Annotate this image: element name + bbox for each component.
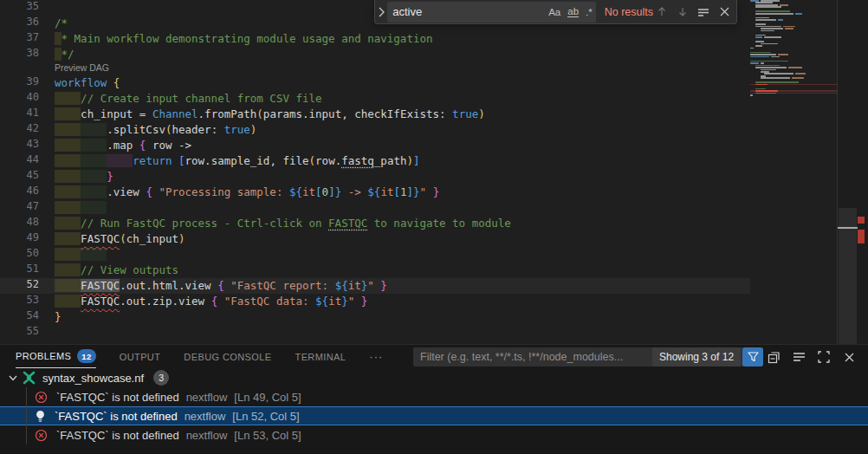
- code-token: [55, 123, 81, 136]
- code-line-40[interactable]: 40 // Create input channel from CSV file: [0, 91, 750, 107]
- problems-filter-input[interactable]: Filter (e.g. text, **/*.ts, !**/node_mod…: [413, 347, 763, 366]
- match-case-icon[interactable]: Aa: [548, 7, 560, 17]
- problems-tree: syntax_showcase.nf 3 `FASTQC` is not def…: [0, 368, 868, 444]
- minimap-line: [750, 0, 837, 2]
- line-number: 54: [0, 309, 39, 325]
- minimap-token: [778, 19, 783, 21]
- problem-row[interactable]: `FASTQC` is not definednextflow[Ln 52, C…: [0, 406, 868, 425]
- code-line-53[interactable]: 53 FASTQC.out.zip.view { "FastQC data: $…: [0, 294, 750, 309]
- minimap-line: [750, 56, 837, 58]
- code-line-42[interactable]: 42 .splitCsv(header: true): [0, 122, 750, 138]
- minimap-token: [755, 90, 778, 92]
- minimap-token: [755, 4, 778, 6]
- file-group-row[interactable]: syntax_showcase.nf 3: [0, 368, 868, 387]
- minimap-line: [750, 45, 837, 47]
- find-in-selection-icon[interactable]: [695, 3, 712, 21]
- code-token: .splitCsv: [107, 123, 165, 136]
- line-number: 41: [0, 107, 39, 122]
- problem-source: nextflow: [186, 429, 228, 442]
- minimap-line: [750, 73, 837, 75]
- find-query-text: active: [387, 5, 422, 18]
- minimap-error-line: [750, 84, 837, 86]
- code-line-37[interactable]: 37 * Main workflow demonstrating module …: [0, 31, 750, 47]
- regex-icon[interactable]: .*: [586, 7, 593, 17]
- problems-count-badge: 12: [77, 349, 95, 363]
- code-token: [81, 154, 107, 167]
- code-line-52[interactable]: 52 FASTQC.out.html.view { "FastQC report…: [0, 278, 750, 294]
- minimap-token: [755, 35, 766, 36]
- whole-word-icon[interactable]: ab: [567, 6, 579, 17]
- code-token: it: [302, 185, 315, 198]
- minimap-token: [755, 67, 787, 68]
- find-input[interactable]: active Aa ab .*: [387, 2, 595, 23]
- minimap-token: [785, 28, 794, 29]
- minimap-line: [750, 61, 837, 62]
- code-line-55[interactable]: 55: [0, 325, 750, 340]
- minimap-line: [750, 26, 837, 28]
- previous-match-icon[interactable]: [653, 3, 670, 21]
- problem-row[interactable]: `FASTQC` is not definednextflow[Ln 49, C…: [0, 387, 868, 406]
- filter-funnel-icon[interactable]: [742, 347, 763, 366]
- minimap-line: [750, 30, 837, 32]
- code-token: row ->: [146, 139, 191, 152]
- code-token: /*: [55, 16, 68, 29]
- tab-debug-console[interactable]: DEBUG CONSOLE: [184, 345, 271, 368]
- code-line-48[interactable]: 48 // Run FastQC process - Ctrl-click on…: [0, 216, 750, 231]
- code-token: it: [348, 279, 361, 292]
- overview-ruler[interactable]: [837, 0, 868, 344]
- more-tabs-icon[interactable]: ···: [369, 350, 383, 363]
- minimap-line: [750, 81, 837, 83]
- code-line-38[interactable]: 38 */: [0, 47, 750, 62]
- minimap-line: [750, 22, 837, 23]
- minimap-token: [755, 26, 781, 28]
- close-find-icon[interactable]: [716, 3, 733, 21]
- minimap-line: [750, 28, 837, 29]
- maximize-panel-icon[interactable]: [815, 348, 832, 366]
- minimap-token: [795, 73, 806, 75]
- tab-problems[interactable]: PROBLEMS 12: [16, 345, 96, 368]
- minimap-token: [755, 81, 799, 83]
- code-line-50[interactable]: 50: [0, 247, 750, 263]
- code-line-41[interactable]: 41 ch_input = Channel.fromPath(params.in…: [0, 107, 750, 122]
- code-line-39[interactable]: 39workflow {: [0, 75, 750, 91]
- minimap-token: [780, 4, 788, 6]
- line-number: 37: [0, 31, 39, 47]
- code-token: ${: [335, 279, 348, 292]
- collapse-all-icon[interactable]: [765, 348, 782, 366]
- minimap-token: [755, 10, 790, 12]
- next-match-icon[interactable]: [674, 3, 691, 21]
- view-as-table-icon[interactable]: [790, 348, 807, 366]
- tab-output[interactable]: OUTPUT: [120, 345, 161, 368]
- minimap-line: [750, 49, 837, 51]
- tab-terminal[interactable]: TERMINAL: [295, 345, 347, 368]
- overview-error-marker: [858, 230, 865, 243]
- code-line-44[interactable]: 44 return [row.sample_id, file(row.fastq…: [0, 153, 750, 169]
- code-line-54[interactable]: 54}: [0, 309, 750, 325]
- codelens-preview-dag[interactable]: Preview DAG: [0, 62, 750, 75]
- problem-row[interactable]: `FASTQC` is not definednextflow[Ln 53, C…: [0, 425, 868, 444]
- minimap-line: [750, 88, 837, 90]
- minimap-line: [750, 2, 837, 3]
- close-panel-icon[interactable]: [840, 348, 858, 366]
- code-line-51[interactable]: 51 // View outputs: [0, 263, 750, 278]
- code-token: return: [133, 154, 178, 167]
- line-number: 50: [0, 247, 39, 263]
- minimap-token: [792, 77, 804, 79]
- line-number: 47: [0, 200, 39, 216]
- code-line-49[interactable]: 49 FASTQC(ch_input): [0, 231, 750, 247]
- code-line-47[interactable]: 47: [0, 200, 750, 216]
- problem-source: nextflow: [185, 410, 226, 423]
- code-line-45[interactable]: 45 }: [0, 169, 750, 185]
- code-line-43[interactable]: 43 .map { row ->: [0, 138, 750, 153]
- minimap[interactable]: [750, 0, 837, 344]
- overview-error-marker: [858, 217, 865, 224]
- code-token: ]: [328, 185, 335, 198]
- code-line-46[interactable]: 46 .view { "Processing sample: ${it[0]} …: [0, 185, 750, 200]
- code-token: [: [393, 185, 400, 198]
- code-editor[interactable]: 3536/*37 * Main workflow demonstrating m…: [0, 0, 868, 344]
- code-token: fastq: [341, 154, 374, 167]
- minimap-token: [761, 77, 790, 79]
- find-toggle-chevron-icon[interactable]: [375, 0, 387, 23]
- code-token: [55, 107, 81, 120]
- minimap-token: [783, 26, 795, 28]
